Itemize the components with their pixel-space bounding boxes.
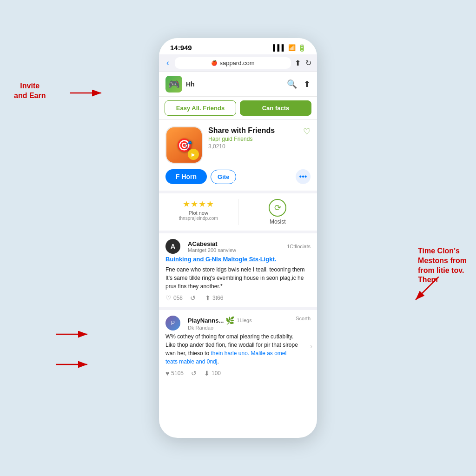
- rating-left: ★★★★ Plot now thnsprajleindp.com: [165, 199, 238, 225]
- app-nav: 🎮 Hh 🔍 ⬆: [159, 72, 317, 97]
- post-2-actions: ♥ 5105 ↺ ⬇ 100: [165, 370, 311, 377]
- time-clon-annotation: Time Clon's Mestons from from litie tov.…: [418, 246, 467, 285]
- status-icons: ▌▌▌ 📶 🔋: [273, 44, 306, 52]
- app-nav-left: 🎮 Hh: [165, 76, 195, 93]
- app-rating-count: 3,0210: [208, 143, 298, 150]
- post-1-retweet[interactable]: ↺: [190, 294, 198, 302]
- stars: ★★★★: [183, 199, 214, 209]
- share-icon-post: ⬆: [205, 294, 211, 302]
- app-icon-large: 🎯 ▶: [165, 126, 203, 164]
- browser-actions: ⬆ ↻: [295, 59, 311, 67]
- post-2-badge: 🌿: [225, 316, 235, 325]
- pin-icon: ♡: [303, 126, 311, 137]
- heart-icon: ♡: [165, 294, 172, 302]
- back-button[interactable]: ‹: [165, 58, 171, 68]
- play-overlay: ▶: [188, 149, 199, 160]
- share-icon[interactable]: ⬆: [295, 59, 301, 67]
- app-title: Share with Friends: [208, 126, 298, 135]
- more-button[interactable]: •••: [296, 169, 311, 184]
- status-time: 14:949: [170, 44, 192, 52]
- app-actions: F Horn Gite •••: [165, 169, 311, 184]
- feed-post-1: A ACabesiat Mantget 200 sanview 1Ctlloci…: [159, 233, 317, 310]
- bottom-arrow-2: [56, 357, 93, 371]
- download-icon: ⬇: [204, 370, 210, 377]
- post-2-body-text: W% cothey of thoing for omal plearing th…: [165, 333, 298, 365]
- invite-earn-annotation: Invite and Earn: [14, 81, 46, 101]
- post-1-actions: ♡ 058 ↺ ⬆ 3t66: [165, 294, 311, 302]
- rating-badge: ⟳: [269, 199, 286, 217]
- app-listing: 🎯 ▶ Share with Friends Hapr guid Friends…: [159, 120, 317, 193]
- post-2-username: PlayNanns...: [188, 317, 224, 324]
- post-1-meta: ACabesiat Mantget 200 sanview: [188, 240, 236, 253]
- phone-frame: 14:949 ▌▌▌ 📶 🔋 ‹ 🍎 sappard.com ⬆ ↻ 🎮 Hh …: [159, 38, 317, 438]
- post-2-body: W% cothey of thoing for omal plearing th…: [165, 332, 311, 366]
- rating-right: ⟳ Mosist: [238, 199, 311, 225]
- signal-icon: ▌▌▌: [273, 44, 286, 51]
- app-nav-title: Hh: [186, 80, 195, 88]
- tab-can-facts[interactable]: Can facts: [240, 100, 311, 116]
- post-1-header: A ACabesiat Mantget 200 sanview 1Ctlloci…: [165, 239, 311, 254]
- refresh-icon[interactable]: ↻: [305, 59, 311, 67]
- wifi-icon: 📶: [288, 44, 296, 51]
- app-info: Share with Friends Hapr guid Friends 3,0…: [208, 126, 298, 150]
- post-2-likes[interactable]: ♥ 5105: [165, 370, 184, 377]
- post-1-time: 1Ctllociats: [287, 244, 311, 249]
- post-2-time: Scorth: [296, 316, 311, 321]
- app-subtitle: Hapr guid Friends: [208, 136, 298, 142]
- battery-icon: 🔋: [298, 44, 306, 52]
- post-2-link[interactable]: thein harle uno. Malile as omelteats mab…: [165, 350, 286, 365]
- feed-post-2: P PlayNanns... 🌿 1Llegs Dk Rāndao Scorth…: [159, 310, 317, 383]
- post-2-avatar: P: [165, 316, 180, 331]
- lock-icon: 🍎: [211, 60, 218, 66]
- post-2-header: P PlayNanns... 🌿 1Llegs Dk Rāndao Scorth: [165, 316, 311, 331]
- post-2-download[interactable]: ⬇ 100: [204, 370, 221, 377]
- tabs-row: Easy All. Friends Can facts: [159, 97, 317, 120]
- post-2-subhandle: Dk Rāndao: [188, 325, 252, 331]
- share-nav-icon[interactable]: ⬆: [304, 79, 311, 89]
- post-1-handle: Mantget 200 sanview: [188, 247, 236, 253]
- retweet-icon: ↺: [190, 294, 196, 302]
- browser-bar: ‹ 🍎 sappard.com ⬆ ↻: [159, 54, 317, 72]
- post-1-likes[interactable]: ♡ 058: [165, 294, 183, 302]
- retweet-icon-2: ↺: [191, 370, 197, 377]
- search-nav-icon[interactable]: 🔍: [287, 79, 297, 89]
- post-2-handle-extra: 1Llegs: [237, 317, 251, 323]
- url-bar[interactable]: 🍎 sappard.com: [175, 57, 291, 69]
- heart-icon-2: ♥: [165, 370, 169, 377]
- rating-section: ★★★★ Plot now thnsprajleindp.com ⟳ Mosis…: [159, 193, 317, 233]
- get-button[interactable]: F Horn: [165, 169, 207, 184]
- post-2-meta: PlayNanns... 🌿 1Llegs Dk Rāndao: [188, 316, 252, 331]
- rating-badge-label: Mosist: [270, 218, 286, 225]
- tab-easy-friends[interactable]: Easy All. Friends: [165, 100, 236, 116]
- invite-arrow: [70, 86, 107, 100]
- status-bar: 14:949 ▌▌▌ 📶 🔋: [159, 38, 317, 54]
- post-1-avatar: A: [165, 239, 180, 254]
- rating-label: Plot now: [189, 210, 208, 216]
- rating-url: thnsprajleindp.com: [179, 216, 218, 221]
- chevron-right-icon: ›: [310, 342, 312, 350]
- app-nav-right: 🔍 ⬆: [287, 79, 311, 89]
- site-button[interactable]: Gite: [211, 170, 236, 184]
- post-1-link[interactable]: Buinking and G·NIs Maltogle Sts·Ligkt.: [165, 256, 311, 263]
- post-1-body: Fne oane who store idgs bwis nele I teal…: [165, 265, 311, 291]
- post-1-username: ACabesiat: [188, 240, 236, 247]
- post-1-share[interactable]: ⬆ 3t66: [205, 294, 223, 302]
- url-text: sappard.com: [219, 60, 254, 66]
- app-listing-top: 🎯 ▶ Share with Friends Hapr guid Friends…: [165, 126, 311, 164]
- bottom-arrow-1: [56, 327, 93, 341]
- post-2-retweet[interactable]: ↺: [191, 370, 197, 377]
- app-icon-small: 🎮: [165, 76, 182, 93]
